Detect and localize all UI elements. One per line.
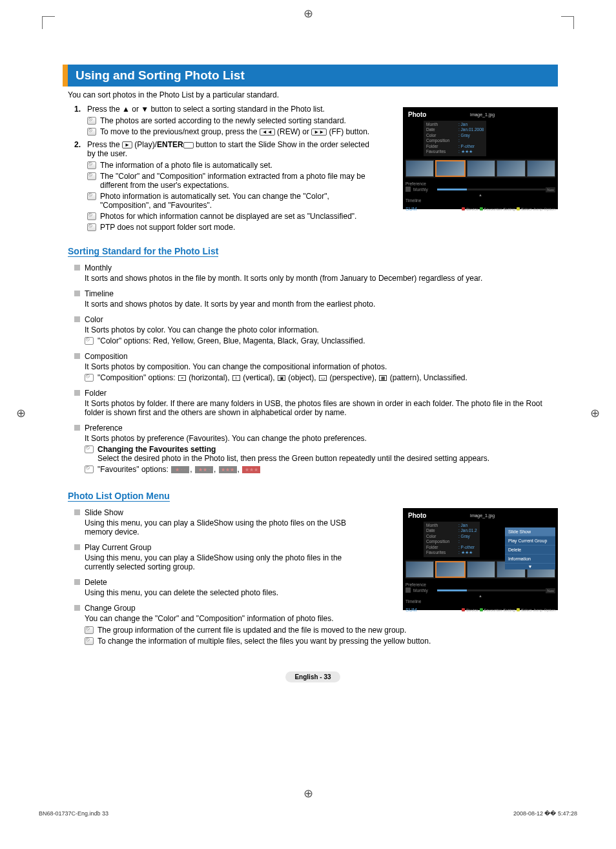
page-number: English - 33: [68, 671, 558, 682]
perspective-icon: ▭: [319, 375, 327, 381]
sort-timeline: Timeline It sorts and shows photos by da…: [68, 289, 558, 309]
fav-1-icon: ★ · ·: [171, 466, 189, 473]
rew-icon: ◄◄: [260, 128, 275, 136]
footer-metadata: BN68-01737C-Eng.indb 33 2008-08-12 �� 5:…: [39, 810, 577, 817]
note: The information of a photo file is autom…: [87, 161, 371, 170]
accent-bar: [63, 65, 65, 84]
sort-composition: Composition It Sorts photos by compositi…: [68, 352, 558, 382]
screenshot-filename: image_1.jpg: [429, 112, 536, 117]
object-icon: ▣: [278, 375, 285, 381]
screenshot-thumbnails: [406, 159, 555, 178]
horizontal-icon: ≡: [178, 375, 186, 381]
fav-2-icon: ★★ ·: [195, 466, 213, 473]
screenshot-photo-list: Photo image_1.jpg Month: Jan Date: Jan.0…: [403, 107, 558, 209]
fav-3-icon: ★★★: [219, 466, 237, 473]
note: PTP does not support folder sort mode.: [87, 223, 371, 232]
note: To move to the previous/next group, pres…: [87, 127, 371, 136]
composition-options-note: "Composition" options: ≡ (horizontal), ⦀…: [85, 373, 558, 382]
note: The photos are sorted according to the n…: [87, 116, 371, 125]
step-1: 1. Press the ▲ or ▼ button to select a s…: [68, 105, 371, 136]
sort-monthly: Monthly It sorts and shows photos in the…: [68, 263, 558, 283]
opt-play-current-group: Play Current Group Using this menu, you …: [68, 543, 365, 571]
opt-change-group: Change Group You can change the "Color" …: [68, 604, 558, 646]
screenshot-option-menu: Photo image_1.jpg Month: Jan Date: Jan.0…: [403, 508, 558, 610]
step-2: 2. Press the ► (Play)/ENTER button to st…: [68, 140, 371, 232]
sort-color: Color It Sorts photos by color. You can …: [68, 315, 558, 345]
note: The group information of the current fil…: [85, 626, 558, 635]
intro-text: You can sort photos in the Photo List by…: [68, 90, 558, 99]
page-title: Using and Sorting Photo List: [63, 65, 558, 87]
screenshot-sum: SUM: [406, 206, 417, 212]
menu-information[interactable]: Information: [505, 555, 555, 564]
screenshot-label: Photo: [406, 110, 429, 119]
fav-3b-icon: ★★★: [242, 466, 260, 473]
sorting-heading: Sorting Standard for the Photo List: [68, 246, 218, 257]
menu-slide-show[interactable]: Slide Show: [505, 527, 555, 537]
option-menu-heading: Photo List Option Menu: [68, 491, 170, 502]
favourites-options-note: "Favourites" options: ★ · ·, ★★ ·, ★★★, …: [85, 465, 558, 474]
menu-delete[interactable]: Delete: [505, 546, 555, 555]
sort-folder: Folder It Sorts photos by folder. If the…: [68, 389, 558, 417]
note: Photo information is automatically set. …: [87, 192, 371, 210]
steps-list: 1. Press the ▲ or ▼ button to select a s…: [68, 105, 371, 232]
play-icon: ►: [122, 141, 132, 148]
menu-play-current-group[interactable]: Play Current Group: [505, 537, 555, 546]
ff-icon: ►►: [311, 128, 327, 136]
footer-left: BN68-01737C-Eng.indb 33: [39, 810, 108, 817]
opt-delete: Delete Using this menu, you can delete t…: [68, 578, 365, 597]
screenshot-footer-buttons: Device Favourites Setting Select Jump Op…: [462, 207, 555, 211]
screenshot-info-panel: Month: Jan Date: Jan.01.2008 Color: Gray…: [424, 121, 486, 156]
opt-slide-show: Slide Show Using this menu, you can play…: [68, 508, 365, 537]
note: Photos for which information cannot be d…: [87, 212, 371, 221]
note: The "Color" and "Composition" informatio…: [87, 172, 371, 190]
screenshot-nav: Preference Monthly Nov ▲ Timeline: [406, 181, 555, 204]
footer-right: 2008-08-12 �� 5:47:28: [513, 810, 577, 817]
vertical-icon: ⦀: [232, 375, 240, 381]
option-popup-menu: Slide Show Play Current Group Delete Inf…: [505, 527, 555, 569]
enter-icon: [183, 142, 194, 148]
color-options-note: "Color" options: Red, Yellow, Green, Blu…: [85, 336, 558, 345]
sort-preference: Preference It Sorts photos by preference…: [68, 424, 558, 474]
pattern-icon: ▦: [379, 375, 387, 381]
favourites-change-note: Changing the Favourites setting Select t…: [85, 445, 558, 463]
note: To change the information of multiple fi…: [85, 637, 558, 646]
